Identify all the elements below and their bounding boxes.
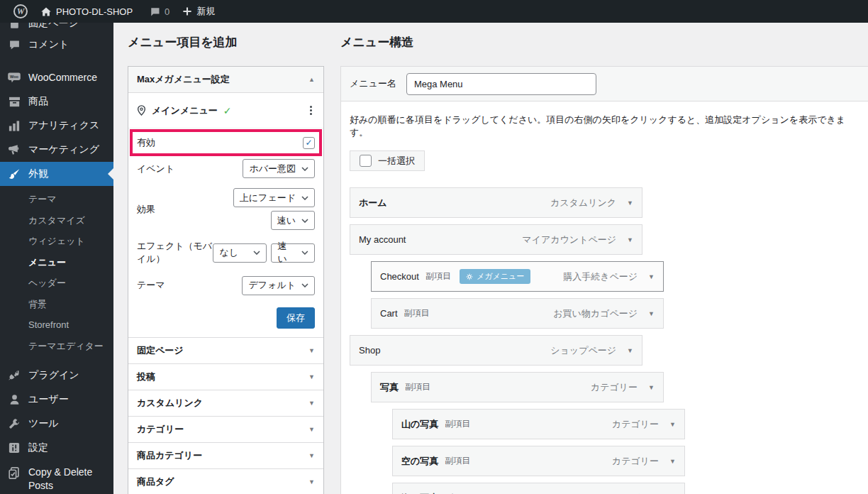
sidebar-item-woocommerce[interactable]: Woo WooCommerce bbox=[0, 65, 113, 89]
comment-icon bbox=[150, 6, 160, 17]
expand-arrow-icon: ▼ bbox=[308, 347, 315, 354]
accordion-custom-links[interactable]: カスタムリンク ▼ bbox=[128, 390, 323, 417]
kebab-menu-icon[interactable] bbox=[307, 103, 315, 118]
comments-shortcut[interactable]: 0 bbox=[143, 0, 176, 23]
sidebar-item-comments[interactable]: コメント bbox=[0, 33, 113, 57]
wordpress-logo-menu[interactable]: W bbox=[7, 0, 34, 23]
sidebar-item-users[interactable]: ユーザー bbox=[0, 388, 113, 412]
menu-item-home[interactable]: ホーム カスタムリンク ▼ bbox=[350, 187, 642, 218]
comments-count: 0 bbox=[165, 6, 169, 17]
users-icon bbox=[7, 394, 21, 405]
item-expand-arrow[interactable]: ▼ bbox=[627, 347, 633, 354]
appearance-icon bbox=[7, 168, 21, 180]
chevron-down-icon bbox=[253, 251, 260, 255]
accordion-product-tags[interactable]: 商品タグ ▼ bbox=[128, 469, 323, 494]
effect-mobile-select[interactable]: なし bbox=[213, 243, 267, 263]
item-expand-arrow[interactable]: ▼ bbox=[669, 421, 676, 428]
menu-name-strip: メニュー名 bbox=[341, 67, 868, 101]
effect-speed-select[interactable]: 速い bbox=[271, 211, 315, 230]
sidebar-item-marketing[interactable]: マーケティング bbox=[0, 138, 113, 162]
submenu-background[interactable]: 背景 bbox=[0, 294, 113, 315]
new-content-menu[interactable]: 新規 bbox=[176, 0, 221, 23]
sidebar-item-analytics[interactable]: アナリティクス bbox=[0, 114, 113, 138]
submenu-storefront[interactable]: Storefront bbox=[0, 314, 113, 336]
gear-icon bbox=[466, 273, 473, 280]
event-select[interactable]: ホバー意図 bbox=[243, 159, 315, 178]
mega-menu-badge[interactable]: メガメニュー bbox=[460, 269, 530, 284]
menu-name-input[interactable] bbox=[406, 73, 596, 95]
bulk-select-label: 一括選択 bbox=[378, 155, 415, 168]
tools-icon bbox=[7, 418, 21, 429]
menu-structure-panel: メニュー名 好みの順番に各項目をドラッグしてください。項目の右側の矢印をクリック… bbox=[340, 66, 868, 494]
item-expand-arrow[interactable]: ▼ bbox=[648, 310, 655, 317]
location-name: メインメニュー bbox=[152, 104, 218, 117]
sidebar-item-pages-clipped[interactable]: 固定ページ bbox=[0, 23, 113, 33]
item-expand-arrow[interactable]: ▼ bbox=[627, 199, 633, 207]
submenu-header[interactable]: ヘッダー bbox=[0, 273, 113, 294]
expand-arrow-icon: ▼ bbox=[308, 400, 315, 407]
analytics-icon bbox=[7, 121, 21, 131]
annotation-highlight-box bbox=[130, 129, 322, 156]
menu-item-photos[interactable]: 写真 副項目 カテゴリー ▼ bbox=[371, 372, 664, 402]
current-menu-arrow bbox=[108, 168, 113, 180]
accordion-posts[interactable]: 投稿 ▼ bbox=[128, 364, 323, 390]
item-expand-arrow[interactable]: ▼ bbox=[669, 458, 676, 465]
event-row: イベント ホバー意図 bbox=[137, 154, 315, 183]
submenu-menus[interactable]: メニュー bbox=[0, 252, 113, 273]
sidebar-item-appearance[interactable]: 外観 bbox=[0, 162, 113, 186]
menu-item-sky-photos[interactable]: 空の写真 副項目 カテゴリー ▼ bbox=[392, 446, 685, 476]
save-row: 保存 bbox=[137, 300, 315, 329]
wordpress-logo-icon: W bbox=[13, 4, 28, 18]
drag-instruction: 好みの順番に各項目をドラッグしてください。項目の右側の矢印をクリックすると、追加… bbox=[350, 114, 859, 139]
submenu-themes[interactable]: テーマ bbox=[0, 189, 113, 210]
menu-item-mountain-photos[interactable]: 山の写真 副項目 カテゴリー ▼ bbox=[392, 409, 685, 439]
megamenu-settings: 有効 イベント ホバー意図 効果 bbox=[128, 128, 323, 337]
item-expand-arrow[interactable]: ▼ bbox=[648, 384, 655, 391]
plugins-icon bbox=[7, 370, 21, 381]
enabled-checkbox[interactable] bbox=[303, 137, 315, 149]
chevron-down-icon bbox=[301, 167, 308, 171]
site-name-link[interactable]: PHOTO-DL-SHOP bbox=[34, 0, 139, 23]
home-icon bbox=[40, 6, 52, 17]
accordion-product-categories[interactable]: 商品カテゴリー ▼ bbox=[128, 443, 323, 469]
item-expand-arrow[interactable]: ▼ bbox=[648, 273, 655, 280]
menu-structure-title: メニュー構造 bbox=[340, 29, 868, 50]
bulk-select-toggle[interactable]: 一括選択 bbox=[350, 150, 425, 171]
submenu-theme-editor[interactable]: テーマエディター bbox=[0, 336, 113, 357]
settings-icon bbox=[7, 442, 21, 454]
menu-item-my-account[interactable]: My account マイアカウントページ ▼ bbox=[350, 224, 642, 255]
sidebar-item-settings[interactable]: 設定 bbox=[0, 436, 113, 460]
menu-location-row: メインメニュー ✓ bbox=[128, 93, 323, 128]
accordion-maxmegamenu[interactable]: Maxメガメニュー設定 ▲ bbox=[128, 67, 323, 93]
sidebar-item-tools[interactable]: ツール bbox=[0, 412, 113, 436]
chevron-down-icon bbox=[301, 251, 308, 255]
accordion-categories[interactable]: カテゴリー ▼ bbox=[128, 417, 323, 443]
item-expand-arrow[interactable]: ▼ bbox=[627, 236, 633, 243]
save-button[interactable]: 保存 bbox=[277, 307, 315, 329]
submenu-widgets[interactable]: ウィジェット bbox=[0, 231, 113, 252]
menu-item-sea-photos[interactable]: 海の写真 副項目 カテゴリー ▼ bbox=[392, 483, 685, 494]
menu-item-cart[interactable]: Cart 副項目 お買い物カゴページ ▼ bbox=[371, 298, 664, 329]
menu-item-checkout[interactable]: Checkout 副項目 メガメニュー 購入手続きページ ▼ bbox=[371, 261, 664, 292]
accordion-pages[interactable]: 固定ページ ▼ bbox=[128, 338, 323, 364]
site-name: PHOTO-DL-SHOP bbox=[56, 6, 133, 17]
sidebar-item-plugins[interactable]: プラグイン bbox=[0, 363, 113, 388]
submenu-customize[interactable]: カスタマイズ bbox=[0, 210, 113, 231]
effect-select[interactable]: 上にフェード bbox=[233, 188, 315, 207]
effect-mobile-speed-select[interactable]: 速い bbox=[271, 243, 315, 263]
event-label: イベント bbox=[137, 163, 174, 175]
admin-sidebar: 固定ページ コメント Woo WooCommerce 商品 アナリティクス マー… bbox=[0, 23, 113, 494]
comments-icon bbox=[7, 39, 21, 50]
sidebar-item-products[interactable]: 商品 bbox=[0, 89, 113, 114]
sidebar-item-copy-delete-posts[interactable]: Copy & Delete Posts bbox=[0, 460, 113, 494]
bulk-select-checkbox[interactable] bbox=[360, 155, 372, 167]
theme-select[interactable]: デフォルト bbox=[242, 276, 315, 295]
expand-arrow-icon: ▼ bbox=[308, 373, 315, 380]
collapse-arrow-icon: ▲ bbox=[308, 76, 315, 83]
theme-row: テーマ デフォルト bbox=[137, 271, 315, 300]
menu-structure-column: メニュー構造 メニュー名 好みの順番に各項目をドラッグしてください。項目の右側の… bbox=[340, 29, 868, 494]
menu-item-shop[interactable]: Shop ショップページ ▼ bbox=[350, 335, 642, 366]
menu-items-list: ホーム カスタムリンク ▼ My account マイアカウントページ ▼ Ch… bbox=[350, 187, 859, 494]
pages-icon bbox=[7, 23, 21, 29]
add-items-title: メニュー項目を追加 bbox=[128, 29, 324, 50]
